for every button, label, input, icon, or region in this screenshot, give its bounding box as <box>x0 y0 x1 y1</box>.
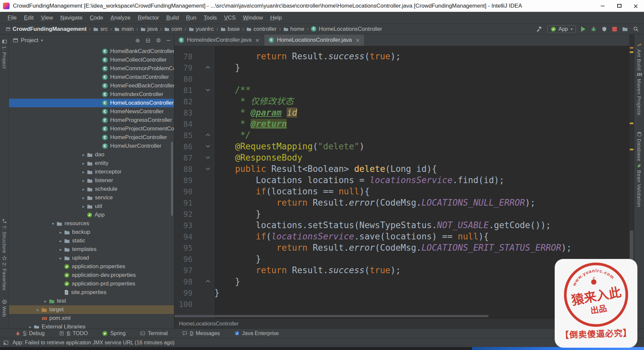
tree-item-dao[interactable]: ▸dao <box>9 150 174 159</box>
tool-button-1-project[interactable]: 1: Project <box>0 39 9 69</box>
tree-item-test[interactable]: ▸test <box>9 297 174 305</box>
line-number[interactable]: 95 <box>174 242 193 253</box>
code-text[interactable]: Locations locations = locationsService.f… <box>214 175 504 186</box>
project-scrollbar[interactable] <box>171 142 173 216</box>
tree-item-schedule[interactable]: ▸schedule <box>9 185 174 193</box>
run-button[interactable] <box>581 26 585 32</box>
expand-arrow-icon[interactable]: ▸ <box>57 238 64 243</box>
tree-item-homecollectcontroller[interactable]: CHomeCollectController <box>9 56 174 64</box>
horizontal-scrollbar[interactable] <box>174 315 489 317</box>
line-number[interactable]: 87 <box>174 152 193 163</box>
line-number[interactable]: 89 <box>174 175 193 186</box>
tool-button-web[interactable]: Web <box>0 299 9 317</box>
tree-item-homecommonproblemcontroll[interactable]: CHomeCommonProblemControll <box>9 64 174 73</box>
fold-up-icon[interactable] <box>206 280 210 284</box>
tree-item-homeprogresscontroller[interactable]: CHomeProgressController <box>9 116 174 125</box>
tree-item-application-prd-properties[interactable]: application-prd.properties <box>9 279 174 288</box>
tree-item-homenewscontroller[interactable]: CHomeNewsController <box>9 107 174 116</box>
code-text[interactable]: if(locations == null){ <box>214 186 370 197</box>
tool-button-0-messages[interactable]: 0: Messages <box>182 330 220 336</box>
fold-down-icon[interactable] <box>206 155 210 159</box>
code-text[interactable]: * 仅修改状态 <box>214 96 294 107</box>
line-number[interactable]: 88 <box>174 163 193 175</box>
tree-item-homelocationscontroller[interactable]: CHomeLocationsController <box>9 99 174 107</box>
run-config-selector[interactable]: App ▾ <box>547 25 576 33</box>
menu-item-navigate[interactable]: Navigate <box>57 15 86 21</box>
minimize-button[interactable]: ─ <box>594 0 611 12</box>
code-text[interactable]: locations.setStatus(NewsTypeStatus.NOT_U… <box>214 220 551 231</box>
chevron-down-icon[interactable]: ▾ <box>41 38 43 43</box>
line-number[interactable]: 93 <box>174 220 193 231</box>
stop-button[interactable] <box>612 27 617 31</box>
tree-item-homeusercontroller[interactable]: CHomeUserController <box>9 142 174 150</box>
menu-item-code[interactable]: Code <box>86 15 107 21</box>
tree-item-service[interactable]: ▸service <box>9 193 174 202</box>
menu-item-edit[interactable]: Edit <box>20 15 37 21</box>
code-text[interactable]: } <box>214 276 240 287</box>
expand-arrow-icon[interactable]: ▸ <box>80 170 87 175</box>
code-text[interactable]: public Result<Boolean> delete(Long id){ <box>214 163 437 175</box>
breadcrumb-item-home[interactable]: home <box>282 26 306 32</box>
line-number[interactable]: 80 <box>174 73 193 84</box>
close-icon[interactable]: × <box>356 37 360 43</box>
fold-up-icon[interactable] <box>206 66 210 70</box>
tool-button-7-structure[interactable]: 7: Structure <box>0 219 9 253</box>
breadcrumb-item-controller[interactable]: controller <box>245 26 278 32</box>
tool-button-database[interactable]: Database <box>634 132 644 161</box>
menu-item-run[interactable]: Run <box>183 15 200 21</box>
line-number[interactable]: 91 <box>174 197 193 208</box>
line-number[interactable]: 78 <box>174 51 193 62</box>
tree-item-application-properties[interactable]: application.properties <box>9 262 174 271</box>
code-text[interactable]: @ResponseBody <box>214 152 302 163</box>
expand-arrow-icon[interactable]: ▸ <box>34 307 41 312</box>
tool-button-spring[interactable]: Spring <box>102 330 125 336</box>
fold-down-icon[interactable] <box>206 166 210 170</box>
line-number[interactable]: 82 <box>174 96 193 107</box>
tree-item-upload[interactable]: ▸upload <box>9 254 174 262</box>
line-number[interactable]: 98 <box>174 276 193 287</box>
tree-item-homeprojectcontroller[interactable]: CHomeProjectController <box>9 133 174 142</box>
line-number[interactable]: 90 <box>174 186 193 197</box>
build-hammer-icon[interactable] <box>536 26 542 32</box>
menu-item-window[interactable]: Window <box>239 15 266 21</box>
tree-item-entity[interactable]: ▸entity <box>9 159 174 168</box>
tool-button-2-favorites[interactable]: 2: Favorites <box>0 256 9 290</box>
code-text[interactable]: } <box>214 62 240 73</box>
line-number[interactable]: 79 <box>174 62 193 73</box>
tree-item-external-libraries[interactable]: ▸External Libraries <box>9 323 174 328</box>
tab-homeindexcontroller-java[interactable]: CHomeIndexController.java× <box>174 34 264 46</box>
code-text[interactable]: } <box>214 208 261 220</box>
breadcrumb-item-crowdfundingmanagement[interactable]: CrowdFundingManagement <box>5 26 88 32</box>
line-number[interactable]: 86 <box>174 141 193 152</box>
expand-arrow-icon[interactable]: ▸ <box>80 152 87 157</box>
code-text[interactable]: return Result.success(true); <box>214 265 401 276</box>
tree-item-homebankcardcontroller[interactable]: CHomeBankCardController <box>9 47 174 56</box>
code-text[interactable]: */ <box>214 129 251 141</box>
tool-button-maven-projects[interactable]: mMaven Projects <box>634 72 644 115</box>
toolwindow-toggle-icon[interactable] <box>3 340 9 345</box>
fold-up-icon[interactable] <box>206 133 210 138</box>
locate-file-button[interactable]: ⊕ <box>135 37 140 44</box>
breadcrumb-item-yuanlrc[interactable]: yuanlrc <box>188 26 215 32</box>
expand-arrow-icon[interactable]: ▸ <box>80 178 87 183</box>
breadcrumb-class-name[interactable]: HomeLocationsController <box>179 321 239 327</box>
menu-item-analyze[interactable]: Analyze <box>107 15 134 21</box>
code-text[interactable]: } <box>214 253 261 265</box>
expand-arrow-icon[interactable]: ▸ <box>57 256 64 261</box>
tree-item-homefeedbackcontroller[interactable]: CHomeFeedBackController <box>9 81 174 90</box>
menu-item-file[interactable]: File <box>4 15 20 21</box>
open-folder-icon[interactable] <box>622 26 628 31</box>
expand-arrow-icon[interactable]: ▸ <box>80 161 87 166</box>
tree-item-util[interactable]: ▸util <box>9 202 174 211</box>
close-icon[interactable]: × <box>255 37 260 43</box>
fold-down-icon[interactable] <box>206 87 210 91</box>
debug-button[interactable] <box>591 26 596 32</box>
coverage-button[interactable] <box>602 26 607 32</box>
expand-arrow-icon[interactable]: ▸ <box>80 187 87 192</box>
code-text[interactable]: * @param id <box>214 107 297 118</box>
breadcrumb-item-homelocationscontroller[interactable]: CHomeLocationsController <box>310 26 383 32</box>
line-number[interactable]: 92 <box>174 208 193 220</box>
tree-item-listener[interactable]: ▸listener <box>9 176 174 185</box>
menu-item-tools[interactable]: Tools <box>200 15 221 21</box>
tree-item-resources[interactable]: ▾resources <box>9 219 174 228</box>
